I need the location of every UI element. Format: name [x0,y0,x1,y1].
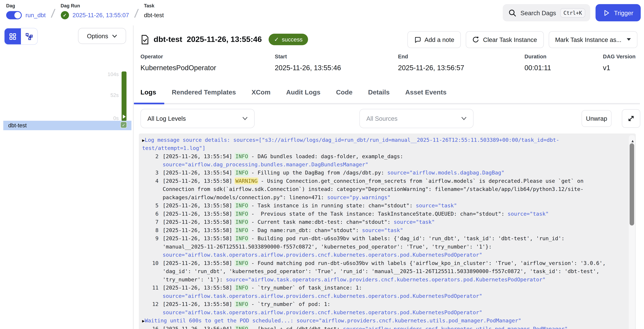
log-line-number: 6 [142,210,158,218]
log-source-link[interactable]: source="airflow.task.operators.airflow.p… [226,276,546,282]
task-success-check-icon[interactable]: ✓ [120,122,127,128]
tab-audit-logs[interactable]: Audit Logs [286,86,320,96]
log-text: [2025-11-26, 13:55:54] [163,170,236,176]
clear-task-instance-button[interactable]: Clear Task Instance [466,31,544,48]
grid-view-button[interactable] [4,28,21,44]
breadcrumb-separator: / [50,6,56,21]
log-source-link[interactable]: source="airflow.dag_processing.bundles.m… [163,162,368,168]
log-source-link[interactable]: Waiting until 600s to get the POD schedu… [145,318,521,324]
dag-link[interactable]: run_dbt [26,12,46,18]
log-line-content: [2025-11-26, 13:55:58] INFO - Dag name:r… [163,226,610,234]
dag-run-success-icon: ✓ [61,11,69,19]
log-line-number: 3 [142,169,158,177]
log-text: - `try_number` of pod: 1: [248,301,334,307]
tab-code[interactable]: Code [336,86,352,96]
log-text: [2025-11-26, 13:55:58] [163,219,236,225]
dag-pause-toggle[interactable] [6,11,22,19]
active-tab-indicator [134,103,164,104]
log-text: - Dag name:run_dbt: chan="stdout": [248,227,362,233]
log-entry: 6[2025-11-26, 13:55:58] INFO - Previous … [142,210,636,218]
log-lines: ▶Log message source details: sources=["s… [142,136,636,329]
field-label: Start [275,54,398,60]
field-value: 2025-11-26, 13:55:46 [275,64,398,72]
field-label: DAG Version [603,54,638,60]
log-source-link[interactable]: source="task" [508,211,549,217]
search-placeholder: Search Dags [520,9,556,16]
graph-view-button[interactable] [21,28,37,44]
mark-task-instance-as-button[interactable]: Mark Task Instance as... [548,31,638,48]
log-line-content: [2025-11-26, 13:55:58] INFO - Current ta… [163,218,610,226]
field-value: v1 [603,64,638,72]
log-line-content: [2025-11-26, 13:55:58] INFO - `try_numbe… [163,284,610,300]
options-label: Options [87,32,108,39]
log-entry: 2[2025-11-26, 13:55:54] INFO - DAG bundl… [142,152,636,169]
sidebar-task-row-dbt-test[interactable]: dbt-test [3,121,131,130]
task-detail-fields: Operator KubernetesPodOperator Start 202… [140,54,638,72]
log-level-info: INFO [234,153,249,160]
grid-icon [8,32,17,40]
log-entry: 12[2025-11-26, 13:55:58] INFO - `try_num… [142,300,636,317]
field-value: KubernetesPodOperator [140,64,275,72]
log-line-content: [2025-11-26, 13:56:04] INFO - [base] + c… [163,325,610,329]
log-source-link[interactable]: source="airflow.task.operators.airflow.p… [163,293,482,299]
add-note-label: Add a note [424,36,454,43]
log-source-link[interactable]: source="py.warnings" [327,194,390,200]
duration-axis-52s: 52s [110,92,119,98]
fullscreen-button[interactable] [622,109,640,128]
field-dag-version: DAG Version v1 [603,54,638,72]
log-viewer: ▶Log message source details: sources=["s… [139,134,636,329]
collapse-arrow-icon[interactable]: ▶ [142,318,145,323]
duration-axis-104s: 104s [108,72,118,77]
log-text: - Filling up the DagBag from /dags/dbt.p… [248,170,387,176]
log-entry: 4[2025-11-26, 13:55:58] WARNING - Using … [142,177,636,202]
log-source-link[interactable]: source="task" [362,227,403,233]
tab-logs[interactable]: Logs [140,86,156,96]
log-line-content: [2025-11-26, 13:55:58] INFO - Task insta… [163,202,610,210]
log-line-number: 5 [142,202,158,210]
task-document-icon [140,34,149,44]
task-duration-bar[interactable] [122,72,126,121]
clear-label: Clear Task Instance [483,36,537,43]
sidebar-task-name: dbt-test [8,122,26,128]
log-level-info: INFO [234,300,249,308]
log-text: - `try_number` of task_instance: 1: [248,284,365,291]
dag-run-label: Dag Run [61,3,129,8]
log-source-link[interactable]: source="airflow.task.operators.airflow.p… [163,309,482,316]
log-line-content: [2025-11-26, 13:55:54] INFO - Filling up… [163,169,610,177]
log-entry: 3[2025-11-26, 13:55:54] INFO - Filling u… [142,169,636,177]
tab-details[interactable]: Details [368,86,390,96]
search-dags-button[interactable]: Search Dags Ctrl+K [503,4,590,21]
tab-asset-events[interactable]: Asset Events [405,86,446,96]
dag-run-link[interactable]: 2025-11-26, 13:55:07 [72,12,129,18]
trigger-button[interactable]: Trigger [596,4,641,21]
breadcrumb-separator: / [134,6,139,21]
tab-rendered-templates[interactable]: Rendered Templates [172,86,236,96]
unwrap-button[interactable]: Unwrap [582,110,612,127]
tab-xcom[interactable]: XCom [252,86,270,96]
add-note-button[interactable]: Add a note [407,31,461,48]
log-entry: 5[2025-11-26, 13:55:58] INFO - Task inst… [142,202,636,210]
log-source-link[interactable]: source="airflow.task.operators.airflow.p… [163,252,482,258]
options-dropdown[interactable]: Options [78,28,126,44]
log-source-link[interactable]: source="task" [394,219,435,225]
log-line-number: 7 [142,218,158,226]
log-line-number: 16 [142,325,158,329]
log-source-link[interactable]: source="task" [416,202,457,208]
collapse-arrow-icon[interactable]: ▶ [142,138,145,142]
log-text: [2025-11-26, 13:55:58] [163,202,236,208]
log-level-info: INFO [234,169,249,176]
log-level-select[interactable]: All Log Levels [140,109,255,128]
field-start: Start 2025-11-26, 13:55:46 [275,54,398,72]
log-level-info: INFO [234,218,249,226]
log-source-link[interactable]: Log message source details: sources=["s3… [142,137,559,151]
log-line-number: 2 [142,152,158,160]
log-scrollbar-thumb[interactable] [630,143,634,226]
log-source-link[interactable]: source="airflow.providers.cncf.kubernete… [343,326,568,329]
log-source-link[interactable]: source="airflow.models.dagbag.DagBag" [387,170,504,176]
breadcrumb-task: Task dbt-test [144,3,164,20]
note-bubble-icon [414,36,421,43]
log-source-select[interactable]: All Sources [360,109,474,128]
log-level-info: INFO [234,260,249,266]
log-text: [2025-11-26, 13:55:58] [163,235,236,242]
log-text: [2025-11-26, 13:55:58] [163,301,236,307]
